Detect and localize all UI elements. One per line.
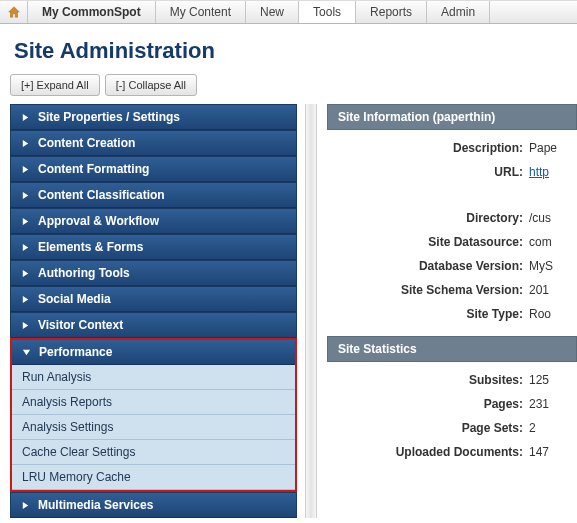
stat-row-subsites: Subsites: 125 [327,368,577,392]
sidebar-item-performance[interactable]: Performance [12,340,295,365]
info-value: com [529,235,552,249]
arrow-right-icon [21,501,30,510]
stat-row-uploaded-docs: Uploaded Documents: 147 [327,440,577,464]
sidebar-group-performance: Performance Run Analysis Analysis Report… [10,338,297,492]
info-value: /cus [529,211,551,225]
sidebar: Site Properties / Settings Content Creat… [0,104,305,518]
nav-admin[interactable]: Admin [427,1,490,23]
arrow-right-icon [21,217,30,226]
info-label: Description: [329,141,529,155]
perf-lru-memory-cache[interactable]: LRU Memory Cache [12,465,295,490]
sidebar-item-label: Social Media [38,292,111,306]
site-information-header: Site Information (paperthin) [327,104,577,130]
page-title: Site Administration [0,24,577,74]
sidebar-item-visitor-context[interactable]: Visitor Context [10,312,297,338]
sidebar-item-content-formatting[interactable]: Content Formatting [10,156,297,182]
stat-label: Uploaded Documents: [329,445,529,459]
sidebar-item-multimedia-services[interactable]: Multimedia Services [10,492,297,518]
nav-tools[interactable]: Tools [299,1,356,23]
stat-value: 125 [529,373,549,387]
nav-new[interactable]: New [246,1,299,23]
stat-value: 231 [529,397,549,411]
arrow-right-icon [21,295,30,304]
info-label: Site Schema Version: [329,283,529,297]
sidebar-item-social-media[interactable]: Social Media [10,286,297,312]
info-label: Database Version: [329,259,529,273]
stat-value: 2 [529,421,536,435]
arrow-right-icon [21,113,30,122]
perf-analysis-reports[interactable]: Analysis Reports [12,390,295,415]
vertical-divider [305,104,317,518]
sidebar-item-label: Site Properties / Settings [38,110,180,124]
info-label: Site Type: [329,307,529,321]
stat-label: Page Sets: [329,421,529,435]
sidebar-item-label: Elements & Forms [38,240,143,254]
home-icon[interactable] [0,1,28,23]
collapse-all-button[interactable]: [-] Collapse All [105,74,197,96]
info-value: Roo [529,307,551,321]
info-row-description: Description: Pape [327,136,577,160]
sidebar-item-content-classification[interactable]: Content Classification [10,182,297,208]
arrow-right-icon [21,321,30,330]
nav-my-content[interactable]: My Content [156,1,246,23]
info-row-directory: Directory: /cus [327,206,577,230]
arrow-right-icon [21,165,30,174]
perf-cache-clear-settings[interactable]: Cache Clear Settings [12,440,295,465]
content-area: Site Information (paperthin) Description… [317,104,577,464]
sidebar-item-label: Multimedia Services [38,498,153,512]
sidebar-item-label: Visitor Context [38,318,123,332]
info-row-schema-version: Site Schema Version: 201 [327,278,577,302]
info-value-link[interactable]: http [529,165,549,179]
info-row-url: URL: http [327,160,577,184]
info-row-datasource: Site Datasource: com [327,230,577,254]
arrow-right-icon [21,269,30,278]
site-statistics-header: Site Statistics [327,336,577,362]
perf-run-analysis[interactable]: Run Analysis [12,365,295,390]
sidebar-item-approval-workflow[interactable]: Approval & Workflow [10,208,297,234]
info-label: Directory: [329,211,529,225]
arrow-right-icon [21,191,30,200]
expand-all-button[interactable]: [+] Expand All [10,74,100,96]
stat-row-pages: Pages: 231 [327,392,577,416]
sidebar-item-authoring-tools[interactable]: Authoring Tools [10,260,297,286]
arrow-right-icon [21,243,30,252]
perf-analysis-settings[interactable]: Analysis Settings [12,415,295,440]
info-value: Pape [529,141,557,155]
info-row-site-type: Site Type: Roo [327,302,577,326]
sidebar-item-site-properties[interactable]: Site Properties / Settings [10,104,297,130]
info-row-db-version: Database Version: MyS [327,254,577,278]
stat-label: Subsites: [329,373,529,387]
sidebar-item-elements-forms[interactable]: Elements & Forms [10,234,297,260]
sidebar-item-label: Content Formatting [38,162,149,176]
expand-collapse-toolbar: [+] Expand All [-] Collapse All [0,74,577,104]
sidebar-item-content-creation[interactable]: Content Creation [10,130,297,156]
info-label: URL: [329,165,529,179]
arrow-right-icon [21,139,30,148]
sidebar-item-label: Approval & Workflow [38,214,159,228]
arrow-down-icon [22,348,31,357]
sidebar-item-label: Performance [39,345,112,359]
stat-value: 147 [529,445,549,459]
info-value: 201 [529,283,549,297]
top-nav: My CommonSpot My Content New Tools Repor… [0,0,577,24]
sidebar-item-label: Content Creation [38,136,135,150]
info-label: Site Datasource: [329,235,529,249]
stat-label: Pages: [329,397,529,411]
sidebar-item-label: Content Classification [38,188,165,202]
nav-my-commonspot[interactable]: My CommonSpot [28,1,156,23]
nav-reports[interactable]: Reports [356,1,427,23]
info-value: MyS [529,259,553,273]
stat-row-page-sets: Page Sets: 2 [327,416,577,440]
sidebar-item-label: Authoring Tools [38,266,130,280]
